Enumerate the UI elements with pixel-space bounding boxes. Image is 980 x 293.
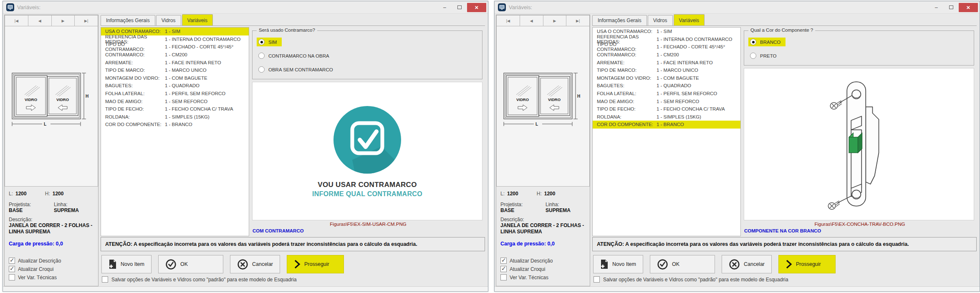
maximize-button[interactable] xyxy=(944,3,959,12)
novo-item-button[interactable]: Novo Item xyxy=(593,255,643,273)
tab[interactable]: Informações Gerais xyxy=(101,15,155,25)
variable-row[interactable]: TIPO DE MARCO: 1 - MARCO UNICO xyxy=(593,66,740,74)
cancel-button[interactable]: Cancelar xyxy=(722,255,772,273)
variable-row[interactable]: COR DO COMPONENTE: 1 - BRANCO xyxy=(593,121,740,129)
variable-name: USA O CONTRAMARCO: xyxy=(105,29,165,34)
checkbox-label: Atualizar Croqui xyxy=(510,266,545,272)
nav-first-button[interactable]: |◀ xyxy=(496,15,520,26)
variable-row[interactable]: MAO DE AMIGO: 1 - SEM REFORCO xyxy=(101,97,249,105)
button-label: OK xyxy=(672,261,679,267)
variable-row[interactable]: TIPO DE MARCO: 1 - MARCO UNICO xyxy=(101,66,249,74)
tab-label: Vidros xyxy=(162,18,176,23)
tab[interactable]: Variáveis xyxy=(182,14,213,25)
variable-row[interactable]: FOLHA LATERAL: 1 - PERFIL SEM REFORCO xyxy=(101,90,249,98)
nav-prev-button[interactable]: ◀ xyxy=(520,15,543,26)
projetista-linha: Projetista: BASE Linha: SUPREMA xyxy=(9,202,95,213)
radio-option[interactable]: CONTRAMARCO NA OBRA xyxy=(257,51,334,60)
descricao-block: Descrição: JANELA DE CORRER - 2 FOLHAS -… xyxy=(500,217,586,235)
nav-last-button[interactable]: ▶| xyxy=(75,15,98,26)
variable-value: 1 - FECHADO - CORTE 45°/45° xyxy=(657,44,740,49)
save-default-label: Salvar opções de Variáveis e Vidros como… xyxy=(111,277,297,283)
nav-next-button[interactable]: ▶ xyxy=(52,15,75,26)
variable-row[interactable]: MONTAGEM DO VIDRO: 1 - COM BAGUETE xyxy=(593,74,740,82)
variable-row[interactable]: ROLDANA: 1 - SIMPLES (15KG) xyxy=(101,113,249,121)
variable-row[interactable]: TIPO DE FECHO: 1 - FECHO CONCHA C/ TRAVA xyxy=(593,105,740,113)
croqui-panel: VIDRO VIDRO H L xyxy=(5,26,98,187)
variable-row[interactable]: COR DO COMPONENTE: 1 - BRANCO xyxy=(101,121,249,129)
figure-line1: VOU USAR CONTRAMARCO xyxy=(318,181,417,189)
variable-name: FOLHA LATERAL: xyxy=(597,91,657,96)
sidebar: |◀ ◀ ▶ ▶| xyxy=(4,15,99,286)
nav-next-button[interactable]: ▶ xyxy=(543,15,567,26)
close-button[interactable]: × xyxy=(467,3,486,12)
sidebar-checkbox[interactable]: Ver Var. Técnicas xyxy=(500,274,586,280)
maximize-button[interactable] xyxy=(452,3,467,12)
variable-value: 1 - PERFIL SEM REFORCO xyxy=(165,91,249,96)
sidebar-checkbox[interactable]: Atualizar Descrição xyxy=(9,258,95,264)
variable-row[interactable]: ARREMATE: 1 - FACE INTERNA RETO xyxy=(101,58,249,66)
variable-name: ARREMATE: xyxy=(597,60,657,65)
variable-row[interactable]: CONTRAMARCO: 1 - CM200 xyxy=(593,51,740,59)
tab[interactable]: Vidros xyxy=(648,15,673,25)
variable-row[interactable]: TIPO DE FECHO: 1 - FECHO CONCHA C/ TRAVA xyxy=(101,105,249,113)
variable-row[interactable]: BAGUETES: 1 - QUADRADO xyxy=(593,82,740,90)
variable-row[interactable]: MONTAGEM DO VIDRO: 1 - COM BAGUETE xyxy=(101,74,249,82)
h-value: 1200 xyxy=(53,191,64,197)
window-title: Variáveis: xyxy=(17,4,40,10)
radio-label: PRETO xyxy=(760,53,776,58)
novo-item-button[interactable]: Novo Item xyxy=(101,255,152,273)
variable-row[interactable]: TIPO DO CONTRAMARCO: 1 - FECHADO - CORTE… xyxy=(593,43,740,51)
tab-label: Informações Gerais xyxy=(106,18,150,23)
nav-prev-button[interactable]: ◀ xyxy=(28,15,52,26)
minimize-button[interactable]: − xyxy=(437,3,452,12)
figure-link[interactable]: COM CONTRAMARCO xyxy=(251,228,485,236)
pressure-label: Carga de pressão: 0,0 xyxy=(9,241,95,247)
variable-name: TIPO DE FECHO: xyxy=(597,106,657,111)
button-label: Cancelar xyxy=(744,261,765,267)
variable-name: TIPO DE MARCO: xyxy=(105,68,165,73)
linha-label: Linha: xyxy=(546,202,586,207)
radio-option[interactable]: BRANCO xyxy=(748,38,786,46)
figure-link[interactable]: COMPONENTE NA COR BRANCO xyxy=(743,228,977,236)
close-button[interactable]: × xyxy=(959,3,978,12)
tab[interactable]: Informações Gerais xyxy=(592,15,647,25)
radio-icon xyxy=(258,39,265,45)
minimize-button[interactable]: − xyxy=(929,3,944,12)
checkbox-icon xyxy=(500,274,507,280)
proceed-icon xyxy=(294,259,301,269)
variable-value: 1 - FECHO CONCHA C/ TRAVA xyxy=(657,106,740,111)
variable-row[interactable]: MAO DE AMIGO: 1 - SEM REFORCO xyxy=(593,97,740,105)
proceed-button[interactable]: Prosseguir xyxy=(778,255,836,273)
radio-option[interactable]: PRETO xyxy=(748,51,781,60)
save-default-checkbox[interactable]: Salvar opções de Variáveis e Vidros como… xyxy=(592,276,977,286)
maximize-icon xyxy=(457,5,462,9)
dimensions-row: L: 1200 H: 1200 xyxy=(500,191,586,197)
variable-name: COR DO COMPONENTE: xyxy=(105,122,165,127)
window-right: Variáveis: − × |◀ ◀ ▶ ▶| xyxy=(494,1,980,292)
sidebar-checkbox[interactable]: Atualizar Croqui xyxy=(9,266,95,272)
sidebar-checkbox[interactable]: Atualizar Descrição xyxy=(500,258,586,264)
ok-button[interactable]: OK xyxy=(650,255,715,273)
variable-row[interactable]: CONTRAMARCO: 1 - CM200 xyxy=(101,51,249,59)
proceed-button[interactable]: Prosseguir xyxy=(287,255,344,273)
sidebar-checkbox[interactable]: Ver Var. Técnicas xyxy=(9,274,95,280)
variable-name: BAGUETES: xyxy=(105,83,165,88)
radio-option[interactable]: OBRA SEM CONTRAMARCO xyxy=(257,65,338,74)
projetista-label: Projetista: xyxy=(9,202,54,207)
variable-row[interactable]: BAGUETES: 1 - QUADRADO xyxy=(101,82,249,90)
nav-last-button[interactable]: ▶| xyxy=(566,15,590,26)
variable-row[interactable]: ARREMATE: 1 - FACE INTERNA RETO xyxy=(593,58,740,66)
ok-button[interactable]: OK xyxy=(158,255,223,273)
variable-row[interactable]: TIPO DO CONTRAMARCO: 1 - FECHADO - CORTE… xyxy=(101,43,249,51)
nav-first-button[interactable]: |◀ xyxy=(5,15,28,26)
variable-row[interactable]: ROLDANA: 1 - SIMPLES (15KG) xyxy=(593,113,740,121)
tab[interactable]: Variáveis xyxy=(674,14,705,25)
variable-row[interactable]: FOLHA LATERAL: 1 - PERFIL SEM REFORCO xyxy=(593,90,740,98)
variables-list: USA O CONTRAMARCO: 1 - SIM REFERENCIA DA… xyxy=(592,27,741,236)
sidebar-checkbox[interactable]: Atualizar Croqui xyxy=(500,266,586,272)
cancel-button[interactable]: Cancelar xyxy=(230,255,280,273)
save-default-checkbox[interactable]: Salvar opções de Variáveis e Vidros como… xyxy=(101,276,485,286)
radio-option[interactable]: SIM xyxy=(257,38,282,46)
variable-name: ARREMATE: xyxy=(105,60,165,65)
tab[interactable]: Vidros xyxy=(156,15,181,25)
